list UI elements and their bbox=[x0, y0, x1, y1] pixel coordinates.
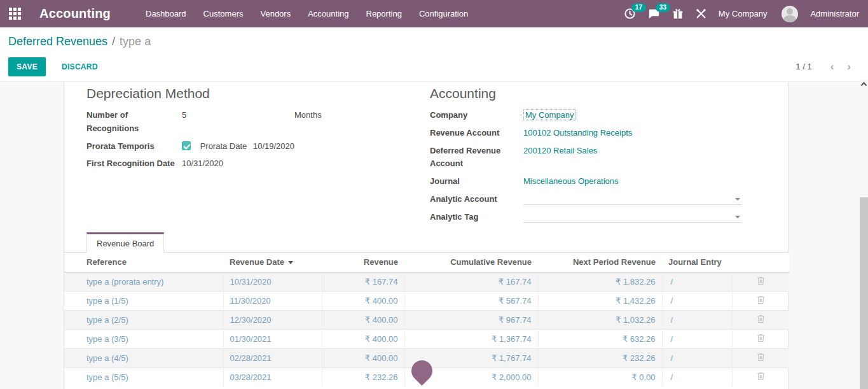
scrollbar-thumb[interactable] bbox=[860, 197, 868, 389]
cell-next-period-revenue[interactable]: ₹ 232.26 bbox=[538, 349, 662, 368]
trash-icon bbox=[757, 278, 765, 287]
delete-row-button[interactable] bbox=[757, 315, 765, 325]
cell-revenue[interactable]: ₹ 400.00 bbox=[322, 349, 404, 368]
cell-next-period-revenue[interactable]: ₹ 1,832.26 bbox=[538, 272, 662, 292]
apps-menu-icon[interactable] bbox=[9, 8, 21, 20]
nav-item-reporting[interactable]: Reporting bbox=[366, 9, 402, 18]
discard-button[interactable]: DISCARD bbox=[53, 57, 106, 76]
user-avatar[interactable] bbox=[782, 6, 798, 22]
cell-delete bbox=[732, 272, 789, 292]
cell-revenue-date[interactable]: 12/30/2020 bbox=[223, 311, 322, 330]
field-revenue-account: Revenue Account 100102 Outstanding Recei… bbox=[430, 127, 773, 140]
messages-icon[interactable]: 33 bbox=[648, 8, 660, 20]
sort-desc-icon bbox=[288, 261, 293, 264]
cell-journal-entry[interactable]: / bbox=[662, 349, 732, 368]
message-count-badge: 33 bbox=[656, 3, 670, 12]
cell-revenue-date[interactable]: 02/28/2021 bbox=[223, 349, 322, 368]
prorata-temporis-checkbox[interactable] bbox=[182, 141, 191, 150]
cell-reference[interactable]: type a (1/5) bbox=[64, 292, 223, 311]
header-reference[interactable]: Reference bbox=[64, 253, 223, 272]
cell-journal-entry[interactable]: / bbox=[662, 292, 732, 311]
analytic-tag-input[interactable] bbox=[523, 211, 741, 223]
company-link[interactable]: My Company bbox=[523, 110, 576, 120]
cell-cumulative-revenue[interactable]: ₹ 167.74 bbox=[404, 272, 538, 292]
deferred-revenue-account-link[interactable]: 200120 Retail Sales bbox=[523, 146, 597, 155]
table-row[interactable]: type a (3/5)01/30/2021₹ 400.00₹ 1,367.74… bbox=[64, 330, 789, 349]
tools-icon[interactable] bbox=[696, 8, 706, 19]
header-actions bbox=[732, 253, 789, 272]
cell-cumulative-revenue[interactable]: ₹ 967.74 bbox=[404, 311, 538, 330]
cell-revenue[interactable]: ₹ 400.00 bbox=[322, 311, 404, 330]
cell-reference[interactable]: type a (2/5) bbox=[64, 311, 223, 330]
header-revenue[interactable]: Revenue bbox=[322, 253, 404, 272]
cell-delete bbox=[732, 292, 789, 311]
cell-next-period-revenue[interactable]: ₹ 1,432.26 bbox=[538, 292, 662, 311]
table-row[interactable]: type a (2/5)12/30/2020₹ 400.00₹ 967.74₹ … bbox=[64, 311, 789, 330]
cell-reference[interactable]: type a (5/5) bbox=[64, 368, 223, 387]
nav-item-configuration[interactable]: Configuration bbox=[419, 9, 468, 18]
cell-cumulative-revenue[interactable]: ₹ 1,367.74 bbox=[404, 330, 538, 349]
table-row[interactable]: type a (prorata entry)10/31/2020₹ 167.74… bbox=[64, 272, 789, 292]
first-recognition-date-value[interactable]: 10/31/2020 bbox=[182, 157, 408, 171]
journal-link[interactable]: Miscellaneous Operations bbox=[523, 176, 619, 186]
field-journal: Journal Miscellaneous Operations bbox=[430, 175, 773, 188]
cell-revenue-date[interactable]: 10/31/2020 bbox=[223, 272, 322, 292]
cell-reference[interactable]: type a (3/5) bbox=[64, 330, 223, 349]
nav-item-customers[interactable]: Customers bbox=[203, 9, 244, 18]
delete-row-button[interactable] bbox=[757, 295, 765, 306]
table-row[interactable]: type a (1/5)11/30/2020₹ 400.00₹ 567.74₹ … bbox=[64, 292, 789, 311]
cell-revenue[interactable]: ₹ 400.00 bbox=[322, 330, 404, 349]
cell-next-period-revenue[interactable]: ₹ 0.00 bbox=[538, 368, 662, 387]
cell-cumulative-revenue[interactable]: ₹ 567.74 bbox=[404, 292, 538, 311]
delete-row-button[interactable] bbox=[757, 276, 765, 287]
header-next-period-revenue[interactable]: Next Period Revenue bbox=[538, 253, 662, 272]
cell-revenue-date[interactable]: 03/28/2021 bbox=[223, 368, 322, 387]
header-journal-entry[interactable]: Journal Entry bbox=[662, 253, 732, 272]
number-of-recognitions-value[interactable]: 5 bbox=[182, 109, 294, 136]
app-title: Accounting bbox=[39, 6, 111, 21]
cell-reference[interactable]: type a (4/5) bbox=[64, 349, 223, 368]
breadcrumb-separator: / bbox=[112, 35, 115, 48]
cell-journal-entry[interactable]: / bbox=[662, 330, 732, 349]
prorata-date-value[interactable]: 10/19/2020 bbox=[253, 141, 294, 151]
tab-revenue-board[interactable]: Revenue Board bbox=[86, 232, 164, 254]
cell-journal-entry[interactable]: / bbox=[662, 272, 732, 292]
delete-row-button[interactable] bbox=[757, 372, 765, 383]
pager-previous-icon[interactable]: ‹ bbox=[829, 61, 836, 72]
scroll-up-icon[interactable] bbox=[860, 81, 867, 87]
nav-item-vendors[interactable]: Vendors bbox=[260, 9, 291, 18]
cell-journal-entry[interactable]: / bbox=[662, 368, 732, 387]
cell-revenue[interactable]: ₹ 232.26 bbox=[322, 368, 404, 387]
breadcrumb: Deferred Revenues / type a bbox=[0, 27, 868, 56]
cell-reference[interactable]: type a (prorata entry) bbox=[64, 272, 223, 292]
revenue-account-link[interactable]: 100102 Outstanding Receipts bbox=[523, 128, 632, 138]
save-button[interactable]: SAVE bbox=[8, 57, 46, 76]
company-switcher[interactable]: My Company bbox=[719, 9, 768, 18]
cell-revenue-date[interactable]: 01/30/2021 bbox=[223, 330, 322, 349]
cell-revenue[interactable]: ₹ 167.74 bbox=[322, 272, 404, 292]
activity-icon[interactable]: 17 bbox=[624, 8, 636, 20]
header-revenue-date[interactable]: Revenue Date bbox=[223, 253, 322, 272]
header-cumulative-revenue[interactable]: Cumulative Revenue bbox=[404, 253, 538, 272]
breadcrumb-parent-link[interactable]: Deferred Revenues bbox=[8, 35, 107, 48]
systray: 17 33 My Company Administrator bbox=[624, 6, 859, 22]
pager-next-icon[interactable]: › bbox=[846, 61, 852, 72]
gift-icon[interactable] bbox=[672, 8, 684, 20]
cell-journal-entry[interactable]: / bbox=[662, 311, 732, 330]
recognition-period-value[interactable]: Months bbox=[294, 109, 322, 136]
vertical-scrollbar[interactable] bbox=[860, 80, 868, 389]
trash-icon bbox=[757, 354, 765, 364]
cell-next-period-revenue[interactable]: ₹ 1,032.26 bbox=[538, 311, 662, 330]
delete-row-button[interactable] bbox=[757, 334, 765, 344]
cell-next-period-revenue[interactable]: ₹ 632.26 bbox=[538, 330, 662, 349]
cell-revenue[interactable]: ₹ 400.00 bbox=[322, 292, 404, 311]
notebook-tabs: Revenue Board bbox=[64, 232, 788, 253]
dropdown-caret-icon bbox=[735, 198, 740, 201]
analytic-account-input[interactable] bbox=[523, 193, 741, 205]
table-header-row: Reference Revenue Date Revenue Cumulativ… bbox=[64, 253, 789, 272]
delete-row-button[interactable] bbox=[757, 353, 765, 364]
nav-item-dashboard[interactable]: Dashboard bbox=[146, 9, 186, 18]
cell-revenue-date[interactable]: 11/30/2020 bbox=[223, 292, 322, 311]
nav-item-accounting[interactable]: Accounting bbox=[308, 9, 348, 18]
user-menu[interactable]: Administrator bbox=[810, 9, 859, 18]
